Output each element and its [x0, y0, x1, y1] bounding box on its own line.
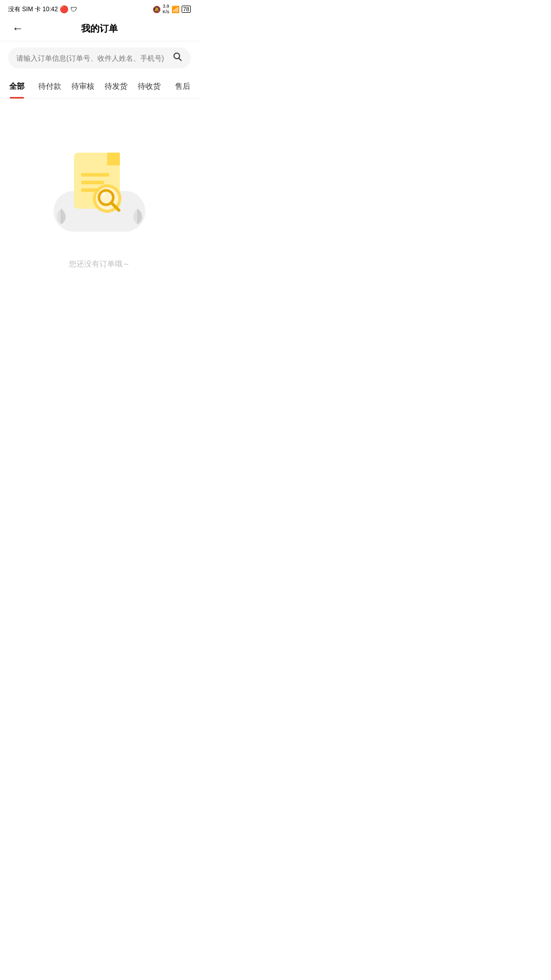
page-title: 我的订单	[81, 22, 118, 35]
status-left: 没有 SIM 卡 10:42 🔴 🛡	[8, 5, 77, 14]
header: ← 我的订单	[0, 16, 199, 41]
weibo-icon: 🔴	[60, 5, 68, 13]
shield-icon: 🛡	[70, 6, 77, 13]
tab-pending-review[interactable]: 待审核	[66, 75, 99, 99]
bell-mute-icon: 🔕	[153, 6, 161, 13]
tabs-container: 全部待付款待审核待发货待收货售后	[0, 75, 199, 99]
tab-pending-receipt[interactable]: 待收货	[133, 75, 166, 99]
back-button[interactable]: ←	[10, 20, 26, 37]
tab-after-sale[interactable]: 售后	[166, 75, 199, 99]
empty-message: 您还没有订单哦～	[69, 259, 130, 269]
status-right: 🔕 3.9 K/s 📶 78	[153, 4, 191, 15]
status-bar: 没有 SIM 卡 10:42 🔴 🛡 🔕 3.9 K/s 📶 78	[0, 0, 199, 16]
svg-rect-5	[107, 153, 120, 165]
empty-illustration	[48, 140, 151, 242]
search-container	[0, 41, 199, 75]
svg-rect-6	[81, 173, 109, 177]
svg-point-13	[102, 192, 106, 197]
search-bar[interactable]	[8, 47, 191, 68]
wifi-icon: 📶	[171, 6, 180, 13]
empty-state: 您还没有订单哦～	[0, 99, 199, 289]
search-icon[interactable]	[172, 52, 183, 64]
search-input[interactable]	[16, 54, 168, 62]
svg-line-1	[179, 58, 182, 61]
tab-pending-payment[interactable]: 待付款	[33, 75, 66, 99]
tab-pending-shipment[interactable]: 待发货	[99, 75, 133, 99]
network-speed: 3.9 K/s	[163, 4, 169, 15]
battery-indicator: 78	[182, 6, 191, 13]
sim-time-text: 没有 SIM 卡 10:42	[8, 5, 58, 14]
tab-all[interactable]: 全部	[0, 75, 33, 99]
svg-rect-7	[81, 181, 104, 184]
order-search-illustration	[59, 145, 140, 229]
